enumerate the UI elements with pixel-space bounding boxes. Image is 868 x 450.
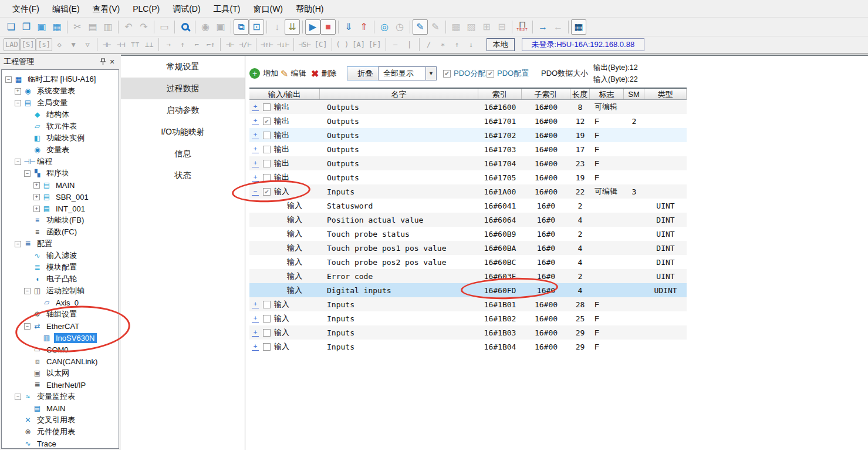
stop-icon[interactable]: ■	[320, 19, 336, 35]
chevron-down-icon[interactable]: ▼	[425, 67, 436, 80]
tree-item[interactable]: +▤MAIN	[2, 179, 119, 191]
table-row[interactable]: +输入Inputs16#1B0116#0028F	[249, 297, 687, 311]
compile-icon[interactable]: ↓	[269, 19, 285, 35]
column-header-4[interactable]: 子索引	[522, 89, 570, 99]
close-icon[interactable]: ✕	[107, 57, 117, 66]
contact-no-icon[interactable]: ⊣⊢	[223, 38, 237, 51]
contact-rising-icon[interactable]: ⊣↑⊢	[259, 38, 275, 51]
wire-right-icon[interactable]: →	[161, 38, 175, 51]
table-row[interactable]: +输入Inputs16#1B0216#0025F	[249, 311, 687, 325]
print-icon[interactable]: ▣	[213, 19, 228, 35]
undo-icon[interactable]: ↶	[121, 19, 136, 35]
tree-item[interactable]: ▤MAIN	[2, 402, 119, 414]
delete-row-icon[interactable]: ⊟	[494, 19, 509, 35]
redo-icon[interactable]: ↷	[136, 19, 151, 35]
del-cross-icon[interactable]: ∗	[436, 38, 450, 51]
tree-collapse-icon[interactable]: −	[15, 241, 21, 247]
column-header-3[interactable]: 索引	[478, 89, 522, 99]
pin-icon[interactable]	[98, 57, 107, 66]
tree-expand-icon[interactable]: +	[33, 194, 40, 200]
table-row[interactable]: +输出Outputs16#170216#0019F	[249, 128, 687, 142]
block-a-icon[interactable]: [A]	[350, 38, 367, 51]
tree-item[interactable]: ▭COM0	[2, 344, 119, 355]
sfc-step-icon[interactable]: [s]	[36, 38, 52, 51]
wire-up-icon[interactable]: ↑	[175, 38, 190, 51]
tree-item[interactable]: ⧈CAN(CANLink)	[2, 355, 119, 367]
convert-grid2-icon[interactable]: ▨	[464, 19, 479, 35]
tree-expand-icon[interactable]: +	[15, 88, 21, 95]
edit-values-icon[interactable]: ✎	[428, 19, 443, 35]
table-row[interactable]: +输出Outputs16#160016#008可编辑	[249, 100, 687, 114]
del-line-icon[interactable]: ∕	[422, 38, 436, 51]
table-row[interactable]: +输入Statusword16#604116#02UINT	[249, 199, 687, 213]
column-header-7[interactable]: SM	[624, 89, 644, 99]
table-row[interactable]: +输入Touch probe pos1 pos value16#60BA16#0…	[249, 241, 687, 255]
tree-item[interactable]: −⇄EtherCAT	[2, 320, 119, 332]
add-button[interactable]: + 增加	[249, 60, 278, 87]
open-folder-icon[interactable]: ❐	[19, 19, 34, 35]
contact-nc-icon[interactable]: ⊣∕⊢	[237, 38, 254, 51]
tree-expand-icon[interactable]: +	[33, 182, 40, 189]
tree-collapse-icon[interactable]: −	[24, 323, 31, 330]
copy-icon[interactable]: ▤	[85, 19, 100, 35]
tree-collapse-icon[interactable]: −	[24, 170, 31, 177]
oscilloscope-icon[interactable]: ◷	[392, 19, 407, 35]
coil-icon[interactable]: ( )	[335, 38, 351, 51]
tree-item[interactable]: ≡函数(FC)	[2, 226, 119, 238]
vline-icon[interactable]: |	[403, 38, 417, 51]
column-header-5[interactable]: 长度	[570, 89, 590, 99]
tab-5[interactable]: 信息	[121, 143, 245, 164]
row-checkbox[interactable]	[263, 103, 271, 111]
tree-item[interactable]: −▤全局变量	[2, 97, 119, 109]
column-header-8[interactable]: 类型	[644, 89, 687, 99]
pdo-config-checkbox[interactable]: ✔ PDO配置	[487, 60, 529, 87]
table-row[interactable]: +输入Position actual value16#606416#04DINT	[249, 213, 687, 227]
logout-icon[interactable]: ←	[550, 19, 566, 35]
tab-2[interactable]: 过程数据	[121, 78, 245, 99]
column-header-2[interactable]: 名字	[320, 89, 478, 99]
expand-toggle[interactable]: +	[252, 343, 259, 351]
table-row[interactable]: +输入Touch probe status16#60B916#02UINT	[249, 227, 687, 241]
tree-collapse-icon[interactable]: −	[15, 100, 21, 106]
table-row[interactable]: +输出Outputs16#170516#0019F	[249, 170, 687, 184]
search-icon[interactable]	[177, 19, 192, 35]
tab-4[interactable]: I/O功能映射	[121, 121, 245, 143]
row-checkbox[interactable]	[263, 329, 271, 337]
compare-block-icon[interactable]: [C]	[313, 38, 329, 51]
tree-item[interactable]: ≣EtherNet/IP	[2, 379, 119, 391]
column-header-1[interactable]: 输入/输出	[249, 89, 320, 99]
tree-expand-icon[interactable]: +	[33, 206, 40, 212]
paste-icon[interactable]: ▥	[100, 19, 116, 35]
menu-item-8[interactable]: 帮助(H)	[289, 0, 330, 18]
tree-item[interactable]: −⊣⊢编程	[2, 156, 119, 167]
block-f-icon[interactable]: [F]	[367, 38, 383, 51]
menu-item-1[interactable]: 文件(F)	[6, 0, 46, 18]
run-icon[interactable]: ▶	[305, 19, 320, 35]
cut-icon[interactable]: ✂	[70, 19, 85, 35]
tree-collapse-icon[interactable]: −	[15, 159, 21, 165]
pdo-assign-checkbox[interactable]: ✔ PDO分配	[443, 60, 485, 87]
table-row[interactable]: +输出Outputs16#170316#0017F	[249, 142, 687, 156]
tree-item[interactable]: −▚程序块	[2, 167, 119, 179]
row-checkbox[interactable]	[263, 315, 271, 323]
tree-item[interactable]: ◖电子凸轮	[2, 273, 119, 285]
tree-item[interactable]: ≣模块配置	[2, 261, 119, 273]
tree-item[interactable]: ◉变量表	[2, 144, 119, 156]
row-checkbox[interactable]	[263, 160, 271, 167]
contact-net4-icon[interactable]: ⊥⊥	[142, 38, 156, 51]
tree-item[interactable]: ◆结构体	[2, 109, 119, 120]
tree-item[interactable]: −◫运动控制轴	[2, 285, 119, 297]
sfc-box-icon[interactable]: [S]	[20, 38, 36, 51]
tab-6[interactable]: 状态	[121, 164, 245, 186]
device-panel-icon[interactable]: ▦	[571, 19, 586, 35]
tab-1[interactable]: 常规设置	[121, 56, 245, 78]
wire-corner-icon[interactable]: ⌐	[190, 38, 204, 51]
tree-collapse-icon[interactable]: −	[5, 76, 12, 83]
delete-button[interactable]: ✖ 删除	[311, 60, 336, 87]
tree-item[interactable]: ∿输入滤波	[2, 250, 119, 261]
delete-icon[interactable]: ▭	[157, 19, 172, 35]
tree-item[interactable]: ▱Axis_0	[2, 297, 119, 308]
tree-collapse-icon[interactable]: −	[15, 394, 21, 400]
expand-toggle[interactable]: +	[252, 146, 259, 153]
row-checkbox[interactable]	[263, 146, 271, 153]
